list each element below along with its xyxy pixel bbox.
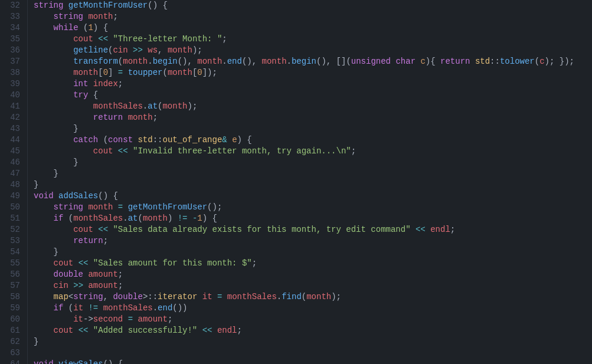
token-p: ,	[103, 292, 113, 301]
token-id: cout	[73, 225, 93, 234]
token-ty: string	[73, 292, 103, 301]
code-line[interactable]: monthSales.at(month);	[34, 101, 592, 112]
token-p: ) {	[93, 23, 108, 32]
code-line[interactable]: cout << "Added successfully!" << endl;	[34, 325, 592, 336]
token-p	[128, 45, 133, 55]
line-number: 47	[2, 168, 20, 179]
token-p	[93, 34, 98, 44]
token-id: cout	[54, 258, 74, 268]
token-p: {	[88, 90, 98, 100]
token-p	[98, 303, 103, 313]
token-p: }	[73, 124, 78, 133]
token-fn: getline	[73, 45, 108, 55]
token-id: monthSales	[73, 214, 123, 223]
line-number: 46	[2, 157, 20, 168]
code-line[interactable]: if (monthSales.at(month) != -1) {	[34, 213, 592, 224]
code-line[interactable]: month[0] = toupper(month[0]);	[34, 67, 592, 78]
code-line[interactable]: }	[34, 336, 592, 347]
code-area[interactable]: string getMonthFromUser() { string month…	[28, 0, 592, 364]
code-line[interactable]: map<string, double>::iterator it = month…	[34, 291, 592, 303]
code-line[interactable]: cin >> amount;	[34, 280, 592, 291]
token-p: }	[73, 158, 78, 167]
code-line[interactable]: catch (const std::out_of_range& e) {	[34, 135, 592, 146]
token-p: [	[98, 68, 103, 77]
code-line[interactable]: int index;	[34, 78, 592, 90]
token-p: .	[148, 57, 152, 66]
token-id: month	[197, 57, 222, 66]
token-id: month	[123, 57, 148, 66]
token-p	[470, 57, 475, 66]
token-ns: map	[54, 292, 68, 301]
line-number: 53	[2, 235, 20, 247]
line-number: 58	[2, 291, 20, 303]
token-p: ,	[158, 45, 168, 55]
line-number: 38	[2, 67, 20, 78]
code-line[interactable]: cout << "Sales data already exists for t…	[34, 224, 592, 235]
line-number: 39	[2, 78, 20, 90]
line-number: 60	[2, 314, 20, 325]
token-id: it	[73, 303, 83, 313]
code-line[interactable]: cout << "Sales amount for this month: $"…	[34, 258, 592, 269]
token-p: ;	[168, 314, 172, 324]
token-p: ::	[153, 135, 163, 145]
token-p: .	[277, 292, 282, 301]
code-line[interactable]: try {	[34, 90, 592, 101]
code-line[interactable]: double amount;	[34, 269, 592, 280]
code-editor[interactable]: 3233343536373839404142434445464748495051…	[0, 0, 592, 364]
token-id: cout	[93, 146, 113, 156]
code-line[interactable]: return month;	[34, 112, 592, 123]
token-id: month	[88, 12, 113, 21]
token-op: &	[222, 135, 227, 145]
code-line[interactable]: return;	[34, 235, 592, 247]
code-line[interactable]: while (1) {	[34, 22, 592, 34]
token-op: <<	[98, 34, 108, 44]
token-s: "Added successfully!"	[93, 326, 197, 335]
line-number: 32	[2, 0, 20, 11]
token-id: month	[73, 68, 98, 77]
token-op: =	[128, 314, 133, 324]
code-line[interactable]: string month = getMonthFromUser();	[34, 202, 592, 213]
code-line[interactable]: }	[34, 168, 592, 179]
code-line[interactable]: if (it != monthSales.end())	[34, 303, 592, 314]
token-p: ){	[426, 57, 440, 66]
token-op: =	[118, 202, 123, 212]
token-p: ())	[172, 303, 187, 313]
token-p	[93, 225, 98, 234]
code-line[interactable]: }	[34, 157, 592, 168]
token-op: !=	[88, 303, 98, 313]
code-line[interactable]: }	[34, 123, 592, 135]
token-p	[73, 326, 78, 335]
code-line[interactable]: }	[34, 247, 592, 258]
code-line[interactable]: getline(cin >> ws, month);	[34, 45, 592, 56]
token-p: ;	[103, 236, 108, 245]
token-op: =	[118, 68, 123, 77]
token-p: (	[535, 57, 539, 66]
token-ty: char	[395, 57, 416, 66]
line-number: 63	[2, 347, 20, 359]
token-op: <<	[416, 225, 426, 234]
token-fn: addSales	[58, 191, 98, 201]
token-fn: transform	[73, 57, 118, 66]
line-number: 61	[2, 325, 20, 336]
code-line[interactable]: void viewSales() {	[34, 359, 592, 364]
code-line[interactable]: transform(month.begin(), month.end(), mo…	[34, 56, 592, 67]
token-p: ;	[252, 258, 257, 268]
token-id: cout	[54, 326, 74, 335]
token-p: ); });	[545, 57, 574, 66]
token-p: ;	[118, 281, 123, 290]
token-p	[54, 359, 58, 364]
code-line[interactable]: it->second = amount;	[34, 314, 592, 325]
code-line[interactable]	[34, 347, 592, 359]
token-p: () {	[148, 1, 168, 10]
code-line[interactable]: string getMonthFromUser() {	[34, 0, 592, 11]
code-line[interactable]: void addSales() {	[34, 191, 592, 202]
code-line[interactable]: cout << "Three-letter Month: ";	[34, 34, 592, 45]
code-line[interactable]: string month;	[34, 11, 592, 22]
token-p: .	[143, 101, 148, 111]
token-n: 1	[197, 214, 202, 223]
code-line[interactable]: cout << "Invalid three-letter month, try…	[34, 146, 592, 157]
token-p: }	[54, 247, 58, 257]
code-line[interactable]: }	[34, 179, 592, 191]
token-ty: string	[54, 202, 83, 212]
token-p	[123, 113, 127, 122]
